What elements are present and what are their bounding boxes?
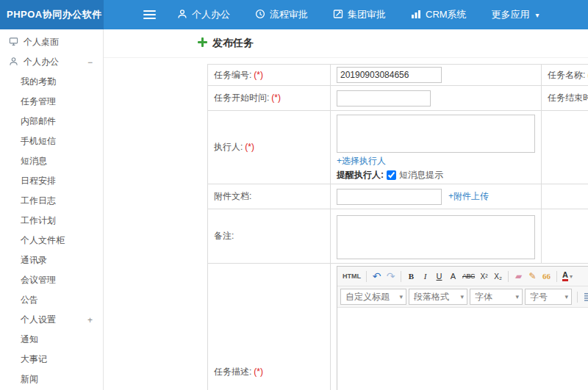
undo-icon[interactable]: ↶ (370, 269, 384, 284)
italic-button[interactable]: I (418, 269, 432, 284)
chevron-down-icon: ▾ (536, 11, 539, 19)
chevron-down-icon: ▾ (564, 293, 568, 300)
top-nav: 个人办公 流程审批 集团审批 CRM系统 更多应用 ▾ (177, 0, 539, 29)
remind-executor-label: 提醒执行人: (337, 169, 384, 181)
choose-executor-link[interactable]: +选择执行人 (337, 156, 386, 166)
font-family-select[interactable]: 字体 ▾ (470, 289, 523, 305)
nav-label: 流程审批 (270, 8, 308, 21)
sidebar-item-work-plan[interactable]: 工作计划 (0, 211, 103, 231)
nav-label: 集团审批 (348, 8, 386, 21)
task-number-label-cell: 任务编号:(*) (208, 65, 331, 86)
chevron-down-icon: ▾ (570, 273, 573, 280)
editor-toolbar-row2: 自定义标题 ▾ 段落格式 ▾ 字体 ▾ (337, 286, 588, 308)
sidebar-item-announcements[interactable]: 公告 (0, 290, 103, 310)
remark-label: 备注: (214, 231, 234, 241)
align-left-icon[interactable] (581, 289, 588, 304)
font-size-select[interactable]: 字号 ▾ (525, 289, 572, 305)
sidebar-item-work-log[interactable]: 工作日志 (0, 191, 103, 211)
sidebar-item-meetings[interactable]: 会议管理 (0, 270, 103, 290)
description-label: 任务描述: (214, 366, 251, 377)
chevron-down-icon: ▾ (399, 293, 403, 300)
nav-crm-system[interactable]: CRM系统 (411, 8, 467, 21)
end-time-label: 任务结束时间: (548, 93, 588, 103)
nav-more-apps[interactable]: 更多应用 ▾ (492, 8, 539, 21)
page-title: 发布任务 (198, 37, 254, 50)
sidebar-item-notifications[interactable]: 通知 (0, 330, 103, 350)
toolbar-separator (556, 271, 557, 282)
sidebar-group-personal-office[interactable]: 个人办公 − (0, 52, 103, 72)
sidebar-item-personal-settings[interactable]: 个人设置 + (0, 310, 103, 330)
nav-label: 更多应用 (492, 8, 530, 21)
required-mark: (*) (271, 93, 281, 103)
chevron-down-icon: ▾ (515, 293, 519, 300)
toolbar-separator (577, 292, 578, 303)
superscript-button[interactable]: X² (477, 269, 491, 284)
html-source-button[interactable]: HTML (340, 269, 363, 284)
toolbar-separator (401, 271, 401, 282)
eraser-icon[interactable]: ▰ (512, 269, 526, 284)
sidebar-label: 个人桌面 (24, 36, 59, 48)
sidebar-item-milestones[interactable]: 大事记 (0, 350, 103, 369)
blockquote-button[interactable]: 66 (539, 269, 553, 284)
editor-toolbar-row1: HTML ↶ ↷ B I U A ABC X² (337, 267, 588, 286)
nav-label: 个人办公 (192, 8, 230, 21)
sidebar-item-schedule[interactable]: 日程安排 (0, 171, 103, 191)
start-time-label-cell: 任务开始时间:(*) (208, 86, 331, 111)
sidebar-item-file-cabinet[interactable]: 个人文件柜 (0, 231, 103, 250)
sidebar-item-news[interactable]: 新闻 (0, 369, 103, 389)
rich-text-editor: HTML ↶ ↷ B I U A ABC X² (337, 266, 588, 390)
nav-group-approval[interactable]: 集团审批 (333, 8, 386, 21)
nav-process-approval[interactable]: 流程审批 (255, 8, 308, 21)
attachment-label-cell: 附件文档: (208, 184, 331, 209)
bold-button[interactable]: B (404, 269, 418, 284)
collapse-icon[interactable]: − (87, 57, 93, 68)
desktop-icon (9, 37, 18, 48)
app-logo[interactable]: PHPOA协同办公软件 (0, 0, 104, 29)
paragraph-format-select[interactable]: 段落格式 ▾ (409, 289, 467, 305)
hamburger-menu-icon[interactable] (139, 0, 159, 29)
format-painter-icon[interactable]: ✎ (526, 269, 539, 284)
strikethrough-button[interactable]: ABC (460, 269, 477, 284)
edit-document-icon (333, 9, 343, 21)
remark-textarea[interactable] (337, 215, 535, 259)
font-style-button[interactable]: A (446, 269, 460, 284)
sidebar-item-attendance[interactable]: 我的考勤 (0, 72, 103, 92)
attachment-input[interactable] (337, 189, 442, 205)
nav-personal-office[interactable]: 个人办公 (177, 8, 230, 21)
nav-label: CRM系统 (426, 8, 467, 21)
expand-icon[interactable]: + (87, 315, 93, 325)
heading-select[interactable]: 自定义标题 ▾ (340, 289, 406, 305)
task-number-input[interactable] (337, 67, 442, 83)
sidebar: 个人桌面 个人办公 − 我的考勤 任务管理 内部邮件 手机短信 短消息 日程安排… (0, 29, 104, 390)
font-color-button[interactable]: A ▾ (560, 269, 575, 284)
editor-content-area[interactable] (337, 308, 588, 390)
redo-icon[interactable]: ↷ (384, 269, 398, 284)
subscript-button[interactable]: X₂ (491, 269, 505, 284)
process-clock-icon (255, 9, 265, 21)
sidebar-item-internal-mail[interactable]: 内部邮件 (0, 112, 103, 131)
start-time-label: 任务开始时间: (214, 93, 269, 103)
sms-remind-label: 短消息提示 (399, 169, 443, 181)
required-mark: (*) (245, 142, 254, 152)
sidebar-item-short-message[interactable]: 短消息 (0, 151, 103, 171)
executor-label: 执行人: (214, 142, 243, 152)
attachment-upload-link[interactable]: +附件上传 (448, 190, 489, 203)
task-name-label-cell: 任务名称:(*) (542, 65, 588, 86)
sidebar-item-task-management[interactable]: 任务管理 (0, 92, 103, 112)
sms-remind-checkbox[interactable] (387, 170, 396, 180)
executor-label-cell: 执行人:(*) (208, 111, 331, 184)
executor-textarea[interactable] (337, 115, 535, 153)
description-label-cell: 任务描述:(*) (208, 264, 331, 390)
sidebar-label: 个人办公 (24, 56, 59, 68)
chevron-down-icon: ▾ (460, 293, 464, 300)
sidebar-item-sms[interactable]: 手机短信 (0, 131, 103, 151)
remark-label-cell: 备注: (208, 209, 331, 264)
start-time-input[interactable] (337, 90, 431, 106)
sidebar-item-desktop[interactable]: 个人桌面 (0, 32, 103, 52)
sidebar-item-contacts[interactable]: 通讯录 (0, 250, 103, 270)
end-time-label-cell: 任务结束时间:(*) (542, 86, 588, 111)
top-header: PHPOA协同办公软件 个人办公 流程审批 集团审批 CRM系统 (0, 0, 588, 29)
user-icon (177, 9, 187, 21)
page-header: 发布任务 (104, 29, 588, 58)
underline-button[interactable]: U (432, 269, 446, 284)
